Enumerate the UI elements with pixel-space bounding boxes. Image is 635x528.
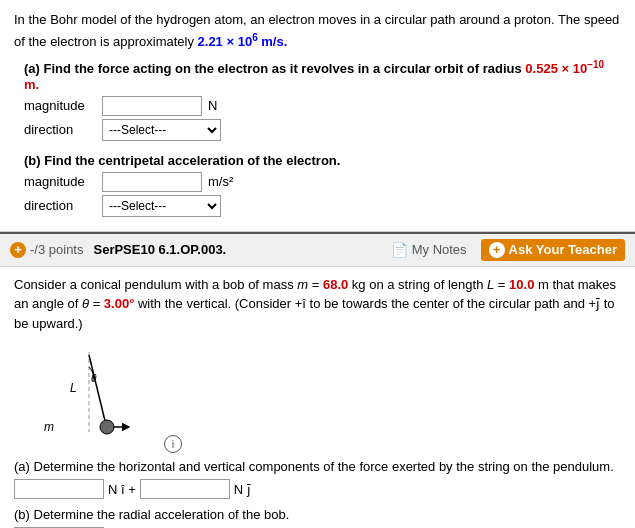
magnitude-row-b: magnitude m/s² <box>24 172 621 192</box>
notes-icon: 📄 <box>391 242 408 258</box>
part-b-label-2: (b) Determine the radial acceleration of… <box>14 507 621 522</box>
points-badge: + -/3 points <box>10 242 83 258</box>
magnitude-row-a: magnitude N <box>24 96 621 116</box>
nj-label: N j̄ <box>234 482 251 497</box>
svg-line-1 <box>89 355 106 425</box>
radius-unit: m. <box>24 77 39 92</box>
figure-row: L θ m i <box>14 341 621 453</box>
length-val: 10.0 <box>509 277 534 292</box>
points-text: -/3 points <box>30 242 83 257</box>
intro-text-1: In the Bohr model of the hydrogen atom, … <box>14 12 619 49</box>
eq1: = <box>308 277 323 292</box>
problem-id: SerPSE10 6.1.OP.003. <box>93 242 376 257</box>
mass-var: m <box>297 277 308 292</box>
angle-val: 3.00° <box>104 296 135 311</box>
ask-plus-icon: + <box>489 242 505 258</box>
magnitude-label-b: magnitude <box>24 174 96 189</box>
plus-icon: + <box>10 242 26 258</box>
problem-2-body: Consider a conical pendulum with a bob o… <box>0 267 635 528</box>
ni-input[interactable] <box>14 479 104 499</box>
magnitude-label-a: magnitude <box>24 98 96 113</box>
svg-text:L: L <box>70 381 77 395</box>
angle-var: θ <box>82 296 89 311</box>
magnitude-input-b[interactable] <box>102 172 202 192</box>
magnitude-unit-a: N <box>208 98 217 113</box>
mass-val: 68.0 <box>323 277 348 292</box>
speed-unit: m/s. <box>258 34 288 49</box>
problem-2-part-b: (b) Determine the radial acceleration of… <box>14 507 621 528</box>
part-a-label-2: (a) Determine the horizontal and vertica… <box>14 459 621 474</box>
problem-1-part-a: (a) Find the force acting on the electro… <box>24 59 621 140</box>
ni-label: N î + <box>108 482 136 497</box>
intro-consider: Consider a conical pendulum with a bob o… <box>14 277 297 292</box>
problem-1-section: In the Bohr model of the hydrogen atom, … <box>0 0 635 232</box>
problem-2-intro: Consider a conical pendulum with a bob o… <box>14 275 621 334</box>
speed-value: 2.21 × 10 <box>198 34 253 49</box>
magnitude-input-a[interactable] <box>102 96 202 116</box>
problem-1-part-b: (b) Find the centripetal acceleration of… <box>24 153 621 217</box>
svg-point-4 <box>100 420 114 434</box>
ask-teacher-button[interactable]: + Ask Your Teacher <box>481 239 625 261</box>
direction-select-b[interactable]: ---Select--- toward center away from cen… <box>102 195 221 217</box>
part-b-label: (b) Find the centripetal acceleration of… <box>24 153 621 168</box>
pendulum-svg: L θ m <box>34 347 154 447</box>
nj-input[interactable] <box>140 479 230 499</box>
direction-label-b: direction <box>24 198 96 213</box>
ask-teacher-label: Ask Your Teacher <box>509 242 617 257</box>
problem-2-header: + -/3 points SerPSE10 6.1.OP.003. 📄 My N… <box>0 232 635 267</box>
direction-row-a: direction ---Select--- toward center awa… <box>24 119 621 141</box>
svg-text:θ: θ <box>91 373 97 384</box>
notes-label: My Notes <box>412 242 467 257</box>
radius-value: 0.525 × 10 <box>525 62 587 77</box>
direction-select-a[interactable]: ---Select--- toward center away from cen… <box>102 119 221 141</box>
info-icon[interactable]: i <box>164 435 182 453</box>
magnitude-unit-b: m/s² <box>208 174 233 189</box>
direction-row-b: direction ---Select--- toward center awa… <box>24 195 621 217</box>
problem-1-intro: In the Bohr model of the hydrogen atom, … <box>14 10 621 51</box>
eq2: = <box>494 277 509 292</box>
direction-label-a: direction <box>24 122 96 137</box>
svg-text:m: m <box>44 420 54 434</box>
part-a-label: (a) Find the force acting on the electro… <box>24 59 621 91</box>
notes-button[interactable]: 📄 My Notes <box>387 240 471 260</box>
problem-2-part-a: (a) Determine the horizontal and vertica… <box>14 459 621 499</box>
eq3: = <box>89 296 104 311</box>
formula-row-a: N î + N j̄ <box>14 479 621 499</box>
mass-unit: kg on a string of length <box>348 277 487 292</box>
radius-exp: −10 <box>587 59 604 70</box>
pendulum-figure: L θ m <box>34 347 154 447</box>
